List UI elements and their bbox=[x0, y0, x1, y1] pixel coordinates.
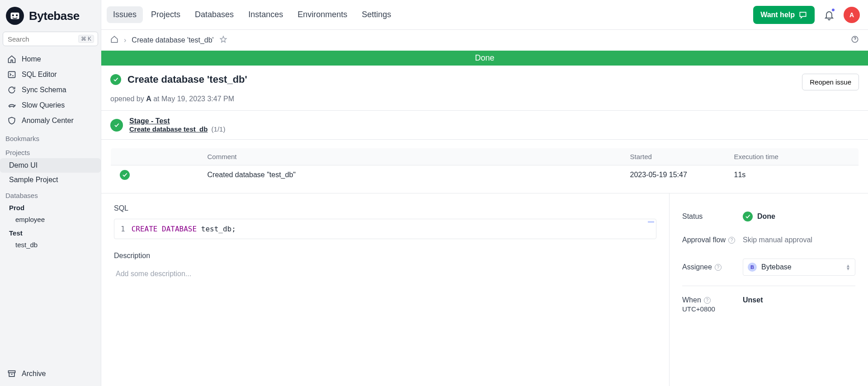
nav-home[interactable]: Home bbox=[3, 52, 98, 67]
check-icon bbox=[113, 122, 120, 128]
tab-settings[interactable]: Settings bbox=[355, 6, 397, 23]
db-env-prod[interactable]: Prod bbox=[0, 201, 101, 212]
reopen-issue-button[interactable]: Reopen issue bbox=[802, 74, 859, 90]
table-row[interactable]: Created database "test_db" 2023-05-19 15… bbox=[111, 165, 859, 185]
breadcrumb-title[interactable]: Create database 'test_db' bbox=[132, 36, 213, 44]
meta-status-label: Status bbox=[682, 212, 743, 221]
section-bookmarks: Bookmarks bbox=[0, 130, 101, 144]
search-shortcut: ⌘ K bbox=[78, 35, 94, 43]
help-icon[interactable]: ? bbox=[704, 297, 711, 304]
tab-projects[interactable]: Projects bbox=[145, 6, 187, 23]
tab-instances[interactable]: Instances bbox=[242, 6, 289, 23]
meta-when-tz: UTC+0800 bbox=[682, 305, 715, 313]
chevron-sort-icon: ▲▼ bbox=[846, 264, 850, 270]
sql-label: SQL bbox=[114, 204, 656, 212]
search-input[interactable] bbox=[7, 35, 78, 43]
svg-point-2 bbox=[12, 14, 14, 16]
home-icon bbox=[7, 55, 16, 64]
status-check-icon bbox=[743, 212, 753, 221]
sidebar-project-demo-ui[interactable]: Demo UI bbox=[0, 158, 101, 173]
help-circle-icon bbox=[851, 35, 859, 43]
stage-task-link[interactable]: Create database test_db bbox=[129, 125, 208, 133]
archive-icon bbox=[7, 369, 16, 378]
row-started: 2023-05-19 15:47 bbox=[624, 165, 728, 185]
nav-label: Anomaly Center bbox=[22, 117, 74, 125]
notifications-button[interactable] bbox=[820, 6, 838, 24]
sql-keyword: CREATE DATABASE bbox=[132, 225, 197, 233]
issue-title: Create database 'test_db' bbox=[127, 74, 247, 85]
project-label: Sample Project bbox=[9, 176, 58, 184]
row-comment: Created database "test_db" bbox=[201, 165, 624, 185]
nav-slow-queries[interactable]: Slow Queries bbox=[3, 98, 98, 113]
notification-dot bbox=[831, 8, 835, 12]
th-exec-time: Execution time bbox=[728, 148, 859, 165]
description-label: Description bbox=[114, 252, 656, 260]
section-projects: Projects bbox=[0, 144, 101, 158]
th-started: Started bbox=[624, 148, 728, 165]
meta-status-value: Done bbox=[757, 212, 775, 221]
line-number: 1 bbox=[121, 225, 125, 233]
meta-approval-value: Skip manual approval bbox=[743, 236, 812, 244]
stage-count: (1/1) bbox=[212, 125, 226, 133]
nav-sql-editor[interactable]: SQL Editor bbox=[3, 67, 98, 82]
db-item-employee[interactable]: employee bbox=[0, 212, 101, 226]
stage-link[interactable]: Stage - Test bbox=[129, 117, 225, 125]
chevron-right-icon: › bbox=[124, 36, 126, 44]
nav-sync-schema[interactable]: Sync Schema bbox=[3, 82, 98, 98]
help-label: Want help bbox=[760, 11, 795, 19]
star-icon bbox=[219, 35, 227, 43]
nav-label: SQL Editor bbox=[22, 71, 57, 79]
db-item-test-db[interactable]: test_db bbox=[0, 238, 101, 252]
tab-environments[interactable]: Environments bbox=[291, 6, 354, 23]
row-exec: 11s bbox=[728, 165, 859, 185]
assignee-value: Bytebase bbox=[761, 263, 792, 271]
execution-table: Comment Started Execution time Created d… bbox=[110, 148, 859, 185]
help-icon[interactable]: ? bbox=[728, 237, 735, 244]
project-label: Demo UI bbox=[9, 161, 38, 169]
db-label: test_db bbox=[15, 241, 38, 249]
row-status-icon bbox=[120, 170, 130, 180]
breadcrumb: › Create database 'test_db' bbox=[101, 30, 868, 51]
sql-code-box[interactable]: 1CREATE DATABASE test_db; bbox=[114, 219, 656, 239]
description-input[interactable] bbox=[114, 266, 656, 282]
assignee-select[interactable]: B Bytebase ▲▼ bbox=[743, 259, 855, 276]
search-input-wrap[interactable]: ⌘ K bbox=[3, 32, 98, 46]
minimap-icon bbox=[648, 221, 654, 223]
issue-opened-by: opened by A at May 19, 2023 3:47 PM bbox=[101, 95, 868, 111]
topbar: Issues Projects Databases Instances Envi… bbox=[101, 0, 868, 30]
svg-rect-4 bbox=[9, 71, 15, 77]
shield-icon bbox=[7, 116, 16, 125]
bytebase-logo-icon bbox=[5, 6, 24, 25]
meta-assignee-label: Assignee bbox=[682, 263, 712, 271]
chat-icon bbox=[798, 10, 807, 19]
want-help-button[interactable]: Want help bbox=[753, 6, 815, 24]
help-icon[interactable]: ? bbox=[715, 264, 722, 271]
sync-icon bbox=[7, 85, 16, 94]
tab-databases[interactable]: Databases bbox=[189, 6, 240, 23]
home-icon bbox=[110, 35, 118, 43]
tab-issues[interactable]: Issues bbox=[107, 6, 143, 23]
page-help-button[interactable] bbox=[851, 35, 859, 45]
nav-archive[interactable]: Archive bbox=[3, 366, 98, 381]
star-button[interactable] bbox=[219, 35, 227, 45]
nav-label: Archive bbox=[22, 370, 46, 378]
logo[interactable]: Bytebase bbox=[0, 0, 101, 32]
terminal-icon bbox=[7, 70, 16, 79]
user-avatar[interactable]: A bbox=[844, 7, 860, 23]
section-databases: Databases bbox=[0, 187, 101, 201]
stage-status-icon bbox=[110, 119, 123, 132]
sql-rest: test_db; bbox=[197, 225, 236, 233]
svg-rect-5 bbox=[9, 371, 15, 372]
th-comment: Comment bbox=[201, 148, 624, 165]
check-icon bbox=[113, 76, 119, 83]
nav-label: Sync Schema bbox=[22, 86, 66, 94]
th-status bbox=[111, 148, 201, 165]
avatar-initial: A bbox=[849, 11, 854, 19]
check-icon bbox=[745, 213, 751, 220]
meta-approval-label: Approval flow bbox=[682, 236, 726, 244]
nav-anomaly-center[interactable]: Anomaly Center bbox=[3, 113, 98, 128]
db-env-test[interactable]: Test bbox=[0, 226, 101, 238]
sidebar-project-sample[interactable]: Sample Project bbox=[0, 173, 101, 187]
db-label: employee bbox=[15, 216, 45, 223]
breadcrumb-home[interactable] bbox=[110, 35, 118, 45]
